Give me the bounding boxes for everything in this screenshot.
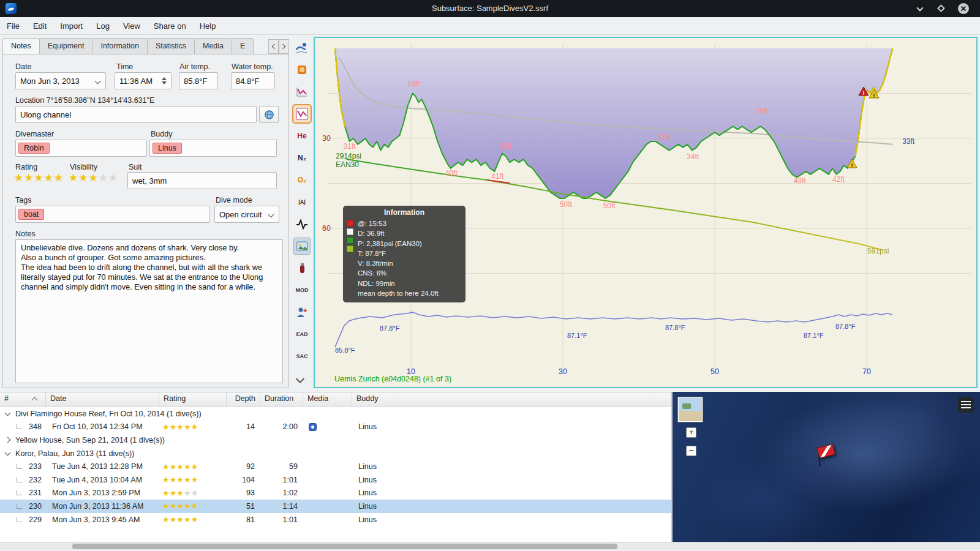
notes-label: Notes (15, 230, 36, 238)
maximize-button[interactable] (936, 3, 947, 14)
suit-field[interactable] (127, 172, 277, 189)
window-title: Subsurface: SampleDivesV2.ssrf (0, 0, 980, 17)
dive-buddy: Linus (352, 489, 671, 497)
tab-equipment[interactable]: Equipment (39, 38, 93, 54)
column-header-buddy[interactable]: Buddy (352, 392, 671, 406)
toolbar-more-chevron-icon[interactable] (296, 375, 304, 383)
menu-file[interactable]: File (0, 17, 26, 34)
air-temp-field[interactable] (179, 72, 218, 89)
dive-row-231[interactable]: 231Mon Jun 3, 2013 2:59 PM★★★★★931:02Lin… (0, 487, 671, 500)
rating-stars[interactable]: ★★★★★ (14, 171, 64, 184)
dive-row-348[interactable]: 348Fri Oct 10, 2014 12:34 PM★★★★★142:00L… (0, 421, 671, 434)
menu-import[interactable]: Import (53, 17, 89, 34)
tab-media[interactable]: Media (194, 38, 232, 54)
dive-list: #DateRatingDepthDurationMediaBuddy Divi … (0, 392, 671, 542)
profile-scale-icon[interactable] (293, 83, 311, 100)
map-pane[interactable]: + − (673, 392, 980, 542)
tab-e[interactable]: E (232, 38, 254, 54)
map-menu-button[interactable] (958, 397, 974, 413)
dive-list-header: #DateRatingDepthDurationMediaBuddy (0, 392, 671, 407)
column-header-media[interactable]: Media (303, 392, 352, 406)
dive-buddy: Linus (352, 476, 671, 484)
star-icon: ★ (176, 422, 184, 432)
tab-statistics[interactable]: Statistics (147, 38, 195, 54)
profile-frame-icon[interactable] (293, 105, 311, 122)
dc-person-icon[interactable]: + (293, 304, 311, 321)
column-header-depth[interactable]: Depth (227, 392, 260, 406)
menu-view[interactable]: View (116, 17, 147, 34)
tag-chip[interactable]: boat (18, 209, 44, 220)
dive-mode-combobox[interactable]: Open circuit (214, 206, 279, 223)
zoom-in-button[interactable]: + (686, 427, 696, 438)
ceiling-icon[interactable]: |A| (293, 193, 311, 211)
info-box-title: Information (347, 208, 462, 217)
tank-bar-icon[interactable] (293, 260, 311, 277)
dive-mode-label: Dive mode (216, 196, 252, 204)
column-header-rating[interactable]: Rating (159, 392, 227, 406)
dive-site-flag-marker[interactable] (816, 444, 835, 459)
collapse-icon[interactable] (5, 449, 11, 455)
dive-row-233[interactable]: 233Tue Jun 4, 2013 12:28 PM★★★★★9259Linu… (0, 460, 671, 473)
dive-character-icon[interactable] (293, 39, 311, 56)
column-header-num[interactable]: # (0, 392, 46, 406)
tab-notes[interactable]: Notes (2, 38, 40, 54)
menu-share-on[interactable]: Share on (147, 17, 193, 34)
tab-scroll-right-button[interactable] (279, 39, 289, 54)
dive-number: 233 (0, 462, 46, 471)
helium-graph-icon[interactable]: He (293, 127, 311, 144)
dive-row-232[interactable]: 232Tue Jun 4, 2013 10:04 AM★★★★★1041:01L… (0, 473, 671, 487)
minimize-button[interactable] (915, 3, 926, 14)
menu-edit[interactable]: Edit (26, 17, 53, 34)
star-icon: ★ (191, 501, 198, 511)
notes-textarea[interactable]: Unbelievable dive. Dozens and dozens of … (15, 239, 283, 383)
trip-row[interactable]: Koror, Palau, Jun 2013 (11 dive(s)) (0, 447, 671, 460)
location-field[interactable] (15, 106, 257, 123)
menu-log[interactable]: Log (89, 17, 116, 34)
dive-profile-pane[interactable]: 10305070306031ft15ft40ft41ft35ft50ft50ft… (314, 37, 978, 388)
buddy-chip[interactable]: Linus (153, 143, 182, 154)
column-header-date[interactable]: Date (46, 392, 159, 406)
buddy-field[interactable]: Linus (149, 140, 277, 157)
expand-icon[interactable] (5, 437, 11, 443)
star-icon: ★ (162, 515, 170, 524)
oxygen-graph-icon[interactable]: O₂ (293, 171, 311, 189)
dive-duration: 1:01 (260, 476, 303, 484)
hand-icon[interactable] (293, 61, 311, 78)
svg-text:+: + (303, 307, 307, 314)
dive-depth: 14 (227, 422, 260, 431)
zoom-out-button[interactable]: − (686, 446, 696, 456)
dive-row-230[interactable]: 230Mon Jun 3, 2013 11:36 AM★★★★★511:14Li… (0, 500, 671, 513)
star-icon: ★ (78, 172, 88, 184)
heartrate-icon[interactable] (293, 216, 311, 233)
column-header-duration[interactable]: Duration (260, 392, 303, 406)
sac-icon[interactable]: SAC (293, 348, 311, 365)
water-temp-field[interactable] (231, 72, 275, 89)
collapse-icon[interactable] (5, 410, 11, 416)
tree-branch (17, 504, 22, 509)
visibility-label: Visibility (70, 163, 97, 171)
close-button[interactable] (958, 3, 969, 14)
location-globe-button[interactable] (259, 106, 279, 123)
time-spinner[interactable]: 11:36 AM (115, 72, 172, 89)
divemaster-field[interactable]: Robin (15, 140, 147, 157)
date-combobox[interactable]: Mon Jun 3, 2013 (15, 72, 106, 89)
tab-scroll-left-button[interactable] (268, 39, 279, 54)
trip-row[interactable]: Yellow House, Sun Sep 21, 2014 (1 dive(s… (0, 433, 671, 447)
ead-icon[interactable]: EAD (293, 326, 311, 343)
overview-minimap[interactable] (677, 397, 703, 422)
media-icon[interactable] (309, 423, 317, 431)
star-icon: ★ (170, 475, 177, 484)
menu-help[interactable]: Help (193, 17, 223, 34)
horizontal-scrollbar[interactable] (0, 542, 980, 550)
divemaster-chip[interactable]: Robin (18, 143, 50, 154)
trip-row[interactable]: Divi Flamingo House Reef, Fri Oct 10, 20… (0, 407, 671, 421)
photos-toggle-icon[interactable] (293, 238, 311, 255)
tab-information[interactable]: Information (92, 38, 148, 54)
tags-field[interactable]: boat (15, 206, 210, 223)
nitrogen-graph-icon[interactable]: N₂ (293, 149, 311, 167)
dive-row-229[interactable]: 229Mon Jun 3, 2013 9:45 AM★★★★★811:01Lin… (0, 513, 671, 527)
tree-branch (17, 424, 22, 429)
scrollbar-thumb[interactable] (72, 544, 617, 549)
visibility-stars[interactable]: ★★★★★ (69, 171, 118, 184)
mod-icon[interactable]: MOD (293, 282, 311, 299)
